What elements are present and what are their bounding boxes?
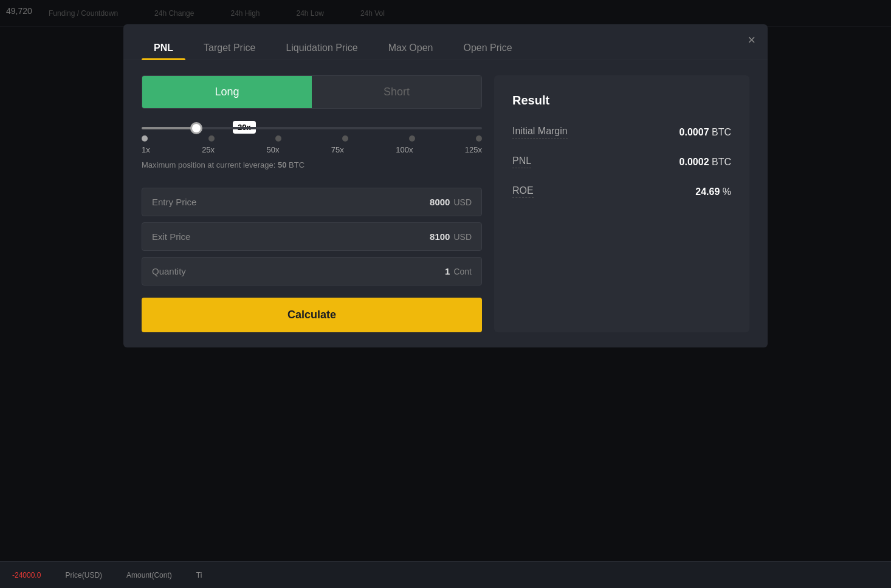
roe-label: ROE [512,185,534,198]
entry-price-unit: USD [453,197,472,207]
tab-liquidation-price[interactable]: Liquidation Price [273,36,370,60]
tab-max-open[interactable]: Max Open [376,36,446,60]
exit-price-label: Exit Price [152,231,430,242]
slider-labels: 1x 25x 50x 75x 100x 125x [142,145,482,154]
label-50x: 50x [266,145,279,154]
exit-price-unit: USD [453,232,472,242]
quantity-unit: Cont [453,267,472,276]
entry-price-label: Entry Price [152,197,430,207]
result-rows: Initial Margin 0.0007 BTC PNL 0.0002 BTC… [512,126,731,198]
entry-price-row[interactable]: Entry Price 8000 USD [142,188,482,216]
long-button[interactable]: Long [142,76,312,108]
bottom-amount: Amount(Cont) [126,571,172,579]
quantity-row[interactable]: Quantity 1 Cont [142,257,482,285]
pnl-label: PNL [512,156,531,168]
modal-tabs: PNL Target Price Liquidation Price Max O… [123,24,768,60]
dot-100x [409,135,415,142]
label-100x: 100x [396,145,413,154]
dot-75x [342,135,348,142]
modal-overlay: PNL Target Price Liquidation Price Max O… [0,0,891,588]
slider-track [142,127,482,129]
modal-body: Long Short 20x [123,60,768,347]
label-75x: 75x [331,145,344,154]
slider-thumb[interactable] [190,122,202,134]
slider-fill [142,127,196,129]
right-panel: Result Initial Margin 0.0007 BTC PNL 0.0… [494,75,749,332]
close-button[interactable]: × [748,33,755,47]
result-title: Result [512,94,731,108]
pnl-value: 0.0002 BTC [679,157,731,168]
tab-target-price[interactable]: Target Price [191,36,267,60]
entry-price-value: 8000 [430,197,450,207]
dot-125x [476,135,482,142]
label-25x: 25x [202,145,215,154]
tab-open-price[interactable]: Open Price [451,36,524,60]
calculate-button[interactable]: Calculate [142,298,482,332]
bottom-price-usd: Price(USD) [65,571,102,579]
left-panel: Long Short 20x [142,75,482,332]
exit-price-row[interactable]: Exit Price 8100 USD [142,222,482,251]
bottom-bar: -24000.0 Price(USD) Amount(Cont) Ti [0,561,891,588]
quantity-value: 1 [445,266,450,276]
label-125x: 125x [465,145,482,154]
bottom-time: Ti [196,571,202,579]
quantity-label: Quantity [152,266,445,276]
short-button[interactable]: Short [312,76,481,108]
dot-50x [275,135,281,142]
long-short-toggle: Long Short [142,75,482,109]
dot-1x [142,135,148,142]
exit-price-value: 8100 [430,231,450,242]
initial-margin-label: Initial Margin [512,126,568,138]
bottom-price-change: -24000.0 [12,571,41,579]
max-position-text: Maximum position at current leverage: 50… [142,160,482,169]
label-1x: 1x [142,145,150,154]
calculator-modal: PNL Target Price Liquidation Price Max O… [123,24,768,347]
dot-25x [208,135,215,142]
initial-margin-value: 0.0007 BTC [679,127,731,138]
result-row-pnl: PNL 0.0002 BTC [512,156,731,168]
input-group: Entry Price 8000 USD Exit Price 8100 USD… [142,188,482,285]
tab-pnl[interactable]: PNL [142,36,185,60]
roe-value: 24.69 % [695,186,731,197]
leverage-section: 20x 1x 25x [142,127,482,169]
slider-dots [142,135,482,142]
result-row-roe: ROE 24.69 % [512,185,731,198]
result-row-initial-margin: Initial Margin 0.0007 BTC [512,126,731,138]
